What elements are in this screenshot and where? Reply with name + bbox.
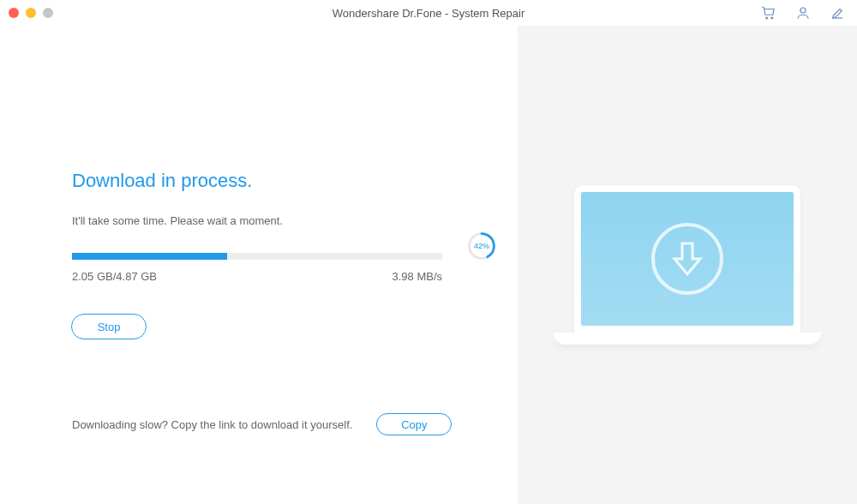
copy-button[interactable]: Copy: [376, 413, 452, 435]
progress-info: 2.05 GB/4.87 GB 3.98 MB/s: [72, 270, 442, 283]
cart-icon[interactable]: [761, 5, 776, 21]
content: Download in process. It'll take some tim…: [0, 26, 857, 504]
footer-prompt: Downloading slow? Copy the link to downl…: [72, 418, 352, 431]
arrow-down-icon: [670, 240, 704, 278]
progress-size: 2.05 GB/4.87 GB: [72, 270, 157, 283]
minimize-window-icon[interactable]: [26, 8, 36, 18]
progress-percent-label: 42%: [474, 242, 489, 250]
titlebar: Wondershare Dr.Fone - System Repair: [0, 0, 857, 26]
page-heading: Download in process.: [72, 170, 485, 192]
page-subtext: It'll take some time. Please wait a mome…: [72, 214, 485, 227]
progress-section: 42% 2.05 GB/4.87 GB 3.98 MB/s: [72, 253, 485, 283]
download-icon: [651, 223, 723, 295]
stop-button[interactable]: Stop: [71, 314, 147, 339]
progress-speed: 3.98 MB/s: [392, 270, 442, 283]
close-window-icon[interactable]: [9, 8, 19, 18]
window-title: Wondershare Dr.Fone - System Repair: [333, 7, 524, 20]
edit-icon[interactable]: [830, 5, 845, 21]
progress-bar: [72, 253, 442, 260]
maximize-window-icon: [43, 8, 53, 18]
right-panel: [518, 26, 857, 504]
user-icon[interactable]: [795, 5, 811, 21]
laptop-base: [554, 333, 821, 345]
laptop-screen: [581, 192, 794, 326]
progress-percent-ring: 42%: [466, 231, 497, 261]
svg-point-2: [800, 8, 806, 13]
toolbar-right: [761, 5, 845, 21]
progress-fill: [72, 253, 227, 260]
footer-row: Downloading slow? Copy the link to downl…: [72, 413, 452, 435]
svg-point-1: [771, 17, 773, 19]
left-panel: Download in process. It'll take some tim…: [0, 26, 518, 504]
laptop-illustration: [554, 185, 821, 345]
laptop-frame: [574, 185, 800, 333]
window-controls: [9, 8, 53, 18]
svg-point-0: [766, 17, 768, 19]
